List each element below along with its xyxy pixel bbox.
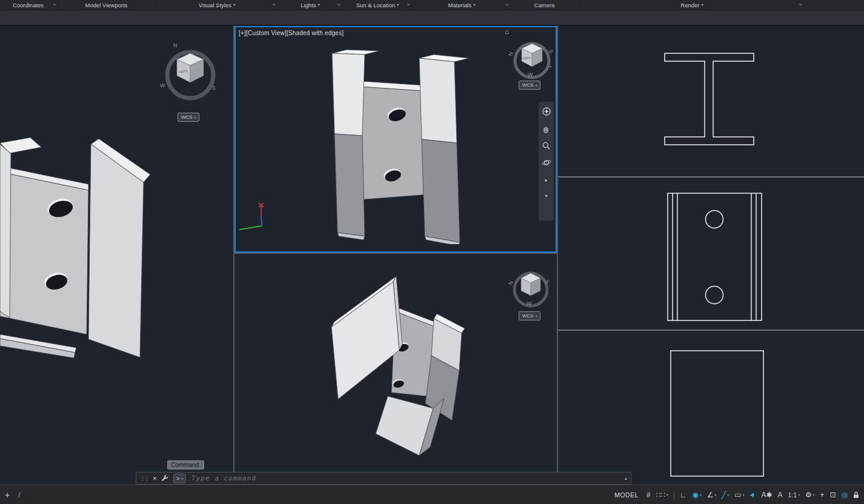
ribbon-panel-lights[interactable]: Lights ▾ » bbox=[278, 0, 343, 10]
viewcube-left-viewport[interactable]: LEFT N W S bbox=[159, 42, 222, 105]
compass-letter-n[interactable]: N bbox=[173, 42, 178, 48]
annotation-autoscale-toggle[interactable]: A bbox=[778, 491, 783, 499]
viewcube-graphic[interactable]: LEFT bbox=[159, 42, 222, 105]
chevron-down-icon[interactable]: ▾ bbox=[813, 493, 815, 497]
selection-effects-toggle[interactable]: ▭ ▾ bbox=[734, 491, 744, 499]
ribbon-panel-camera[interactable]: Camera bbox=[511, 0, 580, 10]
panel-dropdown-icon: ▾ bbox=[233, 2, 235, 7]
isolate-objects-toggle[interactable]: ◎ bbox=[842, 491, 848, 499]
compass-letter-w[interactable]: W bbox=[528, 71, 533, 78]
recent-commands-button[interactable]: > ▾ bbox=[173, 474, 186, 483]
annotation-autoscale-icon: A bbox=[778, 491, 783, 499]
chevron-down-icon[interactable]: ▾ bbox=[666, 493, 668, 497]
chevron-down-icon[interactable]: ▾ bbox=[798, 493, 800, 497]
wcs-selector[interactable]: WCS ▾ bbox=[178, 113, 199, 122]
navbar-showmotion-icon[interactable]: ▸ bbox=[545, 177, 547, 183]
new-layout-plus-icon[interactable]: + bbox=[5, 490, 10, 500]
selection-cycling-toggle[interactable]: ➤ bbox=[749, 491, 756, 499]
object-snap-tracking-toggle[interactable]: ∠ ▾ bbox=[707, 491, 717, 499]
panel-dropdown-icon: ▾ bbox=[473, 2, 475, 7]
panel-flyout-icon[interactable]: » bbox=[799, 2, 802, 7]
plus-icon: + bbox=[820, 491, 824, 499]
chevron-down-icon[interactable]: ▾ bbox=[715, 493, 717, 497]
panel-flyout-icon[interactable]: » bbox=[53, 2, 56, 7]
selection-box-icon: ▭ bbox=[734, 491, 741, 499]
panel-flyout-icon[interactable]: » bbox=[273, 2, 275, 7]
drag-handle-icon[interactable]: ⋮⋮ bbox=[140, 476, 148, 482]
gear-icon: ⚙ bbox=[805, 491, 812, 499]
chevron-down-icon: ▾ bbox=[536, 84, 537, 87]
navigation-wheel-icon[interactable] bbox=[542, 107, 551, 116]
ribbon-panel-coordinates[interactable]: Coordinates » bbox=[0, 0, 59, 10]
wcs-selector[interactable]: WCS ▾ bbox=[519, 81, 540, 90]
status-bar: + / MODEL # ∷∷ ▾ ∟ ◉ ▾ ∠ ▾ ╱ ▾ ▭ ▾ ➤ A✱ … bbox=[0, 485, 864, 504]
lock-icon bbox=[853, 491, 859, 499]
viewcube-active-viewport[interactable]: LEFT N S W ▾ bbox=[508, 35, 556, 84]
compass-letter-s[interactable]: S bbox=[212, 85, 216, 91]
ribbon-panel-visual-styles[interactable]: Visual Styles ▾ » bbox=[156, 0, 278, 10]
viewcube-menu-arrow[interactable]: ▾ bbox=[550, 64, 551, 68]
beam-bottom-flange bbox=[0, 334, 76, 358]
zoom-icon[interactable] bbox=[542, 141, 551, 150]
drawing-area[interactable]: [+][Custom View][Shaded with edges] LEFT… bbox=[0, 25, 864, 485]
ribbon-panel-sun-location[interactable]: Sun & Location ▾ » bbox=[343, 0, 413, 10]
chevron-down-icon[interactable]: ▾ bbox=[743, 493, 745, 497]
wireframe-side-view bbox=[668, 193, 762, 320]
customize-wrench-icon[interactable] bbox=[161, 474, 169, 482]
close-icon[interactable]: × bbox=[153, 474, 157, 483]
viewport-menu-control[interactable]: [+] bbox=[239, 30, 246, 36]
chevron-down-icon: ▾ bbox=[194, 116, 196, 119]
workspace-switcher[interactable]: ⚙ ▾ bbox=[805, 491, 815, 499]
ribbon-collapsed-strip bbox=[0, 10, 864, 25]
orbit-icon[interactable] bbox=[542, 158, 551, 167]
slash-icon: / bbox=[18, 490, 21, 499]
ribbon-panel-render[interactable]: Render ▾ » bbox=[580, 0, 805, 10]
beam-3d-left-viewport[interactable] bbox=[0, 134, 150, 360]
navbar-expand-icon[interactable]: ▾ bbox=[545, 193, 547, 199]
panel-flyout-icon[interactable]: » bbox=[407, 2, 410, 7]
annotation-scale-selector[interactable]: 1:1 ▾ bbox=[788, 491, 800, 499]
viewport-view-control[interactable]: [Custom View] bbox=[246, 30, 287, 36]
viewcube-home-icon[interactable]: ⌂ bbox=[505, 27, 509, 36]
chevron-down-icon[interactable]: ▾ bbox=[700, 493, 702, 497]
viewcube-bottom-viewport[interactable]: N S W bbox=[508, 265, 554, 311]
command-input[interactable] bbox=[190, 474, 374, 483]
pan-hand-icon[interactable] bbox=[542, 124, 551, 133]
wcs-label: WCS bbox=[522, 82, 534, 88]
panel-flyout-icon[interactable]: » bbox=[506, 2, 508, 7]
viewport-style-control[interactable]: [Shaded with edges] bbox=[287, 30, 344, 36]
command-expand-icon[interactable]: ▴ bbox=[625, 476, 627, 481]
autocad-window: { "ribbon": { "panels": [ {"label":"Coor… bbox=[0, 0, 864, 504]
beam-left-flange bbox=[331, 276, 402, 399]
ribbon-panel-materials[interactable]: Materials ▾ » bbox=[413, 0, 511, 10]
chevron-down-icon[interactable]: ▾ bbox=[728, 493, 729, 497]
statusbar-separator bbox=[674, 491, 674, 499]
panel-label: Coordinates bbox=[13, 2, 44, 8]
wcs-label: WCS bbox=[181, 114, 193, 120]
compass-letter-w[interactable]: W bbox=[160, 82, 165, 88]
grid-display-toggle[interactable]: # bbox=[646, 491, 651, 499]
object-snap-toggle[interactable]: ╱ ▾ bbox=[722, 491, 729, 499]
lock-ui-toggle[interactable] bbox=[853, 491, 859, 499]
ribbon-panel-model-viewports[interactable]: Model Viewports bbox=[59, 0, 156, 10]
panel-label: Lights bbox=[301, 2, 316, 8]
customization-button[interactable]: + bbox=[820, 491, 824, 499]
annotation-visibility-toggle[interactable]: A✱ bbox=[761, 491, 772, 499]
quick-properties-toggle[interactable]: ⊡ bbox=[829, 491, 836, 499]
wireframe-projection-views[interactable] bbox=[557, 25, 864, 485]
wireframe-ibeam-front-view bbox=[665, 53, 754, 145]
wcs-label: WCS bbox=[522, 313, 534, 319]
command-line[interactable]: ⋮⋮ × > ▾ ▴ bbox=[136, 472, 631, 485]
panel-flyout-icon[interactable]: » bbox=[337, 2, 340, 7]
navigation-bar[interactable]: ▸ ▾ bbox=[539, 102, 554, 220]
wcs-selector[interactable]: WCS ▾ bbox=[519, 311, 540, 320]
model-space-button[interactable]: MODEL bbox=[612, 491, 641, 499]
panel-label: Camera bbox=[534, 2, 555, 8]
dynamic-ucs-toggle[interactable]: ∟ bbox=[680, 491, 687, 499]
compass-letter-w[interactable]: W bbox=[527, 300, 532, 307]
viewcube-face-label: LEFT bbox=[179, 70, 188, 73]
snap-mode-toggle[interactable]: ∷∷ ▾ bbox=[656, 491, 668, 499]
ortho-icon: ∟ bbox=[680, 491, 687, 499]
beam-3d-bottom-viewport[interactable] bbox=[327, 274, 470, 462]
polar-tracking-toggle[interactable]: ◉ ▾ bbox=[693, 491, 702, 499]
